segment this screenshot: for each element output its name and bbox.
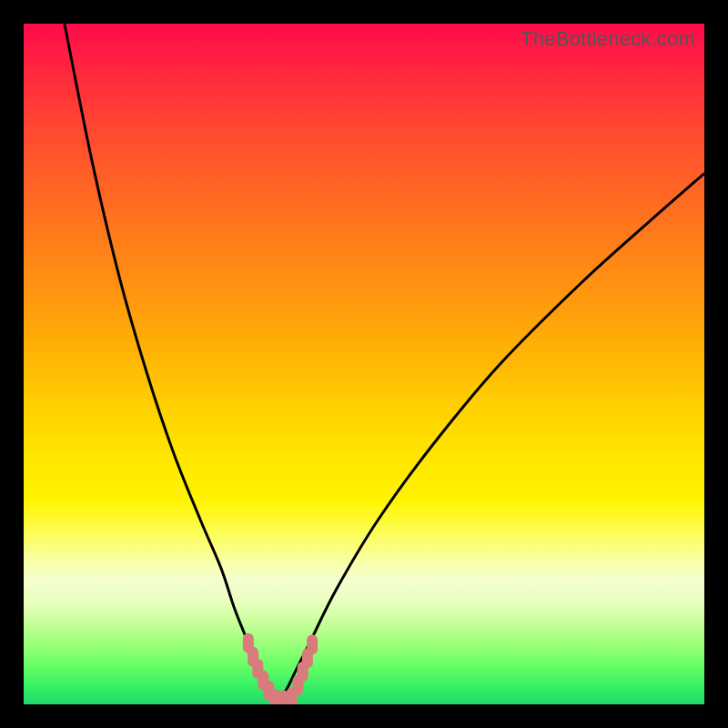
curve-layer [24,24,704,704]
plot-area: TheBottleneck.com [24,24,704,704]
curve-left-branch [65,24,276,701]
watermark-text: TheBottleneck.com [521,27,695,51]
marker-dot [307,634,318,654]
chart-frame: TheBottleneck.com [0,0,728,728]
marker-group [243,633,318,704]
curve-right-branch [276,174,704,702]
